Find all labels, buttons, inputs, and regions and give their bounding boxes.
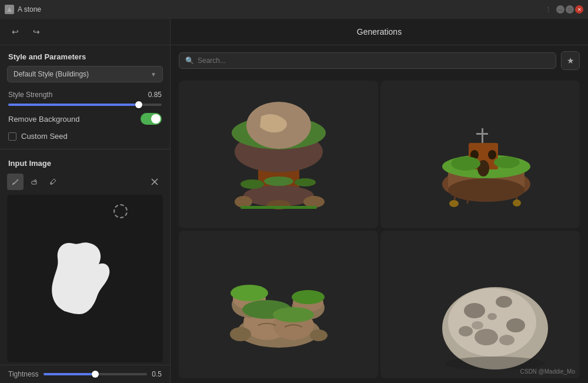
svg-point-16 bbox=[264, 176, 293, 186]
svg-point-52 bbox=[506, 318, 525, 332]
pen-tool-button[interactable] bbox=[7, 174, 24, 190]
style-strength-label: Style Strength bbox=[8, 91, 52, 99]
svg-point-45 bbox=[273, 307, 314, 322]
generation-card-2[interactable] bbox=[380, 81, 580, 228]
watermark: CSDN @Maddie_Mo bbox=[520, 368, 575, 375]
window-title: A stone bbox=[18, 5, 41, 14]
generations-title: Generations bbox=[171, 19, 588, 45]
stone-image-2 bbox=[380, 81, 580, 228]
undo-button[interactable]: ↩ bbox=[7, 24, 24, 40]
svg-point-15 bbox=[295, 178, 316, 186]
style-strength-row: Style Strength 0.85 bbox=[0, 87, 170, 102]
tightness-slider-thumb[interactable] bbox=[92, 371, 99, 378]
remove-background-label: Remove Background bbox=[8, 115, 79, 124]
svg-point-29 bbox=[494, 156, 520, 168]
image-tools-row bbox=[0, 171, 170, 192]
svg-rect-26 bbox=[482, 128, 483, 143]
image-tools-left bbox=[7, 174, 61, 190]
eraser-tool-button[interactable] bbox=[26, 174, 42, 190]
more-icon[interactable]: ⋮ bbox=[545, 6, 552, 14]
svg-point-56 bbox=[487, 313, 497, 320]
style-strength-track[interactable] bbox=[8, 104, 162, 106]
svg-point-46 bbox=[230, 327, 251, 341]
style-section-title: Style and Parameters bbox=[0, 45, 170, 66]
picker-tool-button[interactable] bbox=[45, 174, 61, 190]
generations-grid: CSDN @Maddie_Mo bbox=[171, 76, 588, 383]
favorites-button[interactable]: ★ bbox=[561, 51, 580, 70]
close-button[interactable]: ✕ bbox=[575, 5, 583, 14]
generation-card-4[interactable]: CSDN @Maddie_Mo bbox=[380, 231, 580, 378]
style-strength-value: 0.85 bbox=[148, 91, 162, 99]
toolbar-row: ↩ ↪ bbox=[0, 19, 170, 45]
left-panel: ↩ ↪ Style and Parameters Default Style (… bbox=[0, 19, 171, 383]
generation-card-3[interactable] bbox=[179, 231, 378, 378]
style-dropdown[interactable]: Default Style (Buildings) ▼ bbox=[7, 66, 163, 82]
search-icon: 🔍 bbox=[185, 56, 194, 65]
svg-point-28 bbox=[451, 156, 480, 171]
input-image-title: Input Image bbox=[0, 154, 170, 171]
svg-point-57 bbox=[472, 321, 483, 329]
search-row: 🔍 ★ bbox=[171, 45, 588, 76]
app-icon bbox=[5, 5, 14, 14]
window-controls: ⋮ — □ ✕ bbox=[545, 5, 583, 14]
svg-point-20 bbox=[448, 178, 524, 202]
style-strength-thumb[interactable] bbox=[135, 101, 142, 108]
custom-seed-checkbox[interactable] bbox=[8, 132, 16, 141]
redo-button[interactable]: ↪ bbox=[28, 24, 45, 40]
svg-line-31 bbox=[467, 192, 469, 204]
custom-seed-label: Custom Seed bbox=[21, 132, 68, 141]
svg-point-34 bbox=[513, 199, 521, 207]
svg-rect-17 bbox=[240, 206, 317, 209]
image-canvas-area[interactable] bbox=[7, 195, 163, 362]
generation-card-1[interactable] bbox=[179, 81, 378, 228]
svg-line-32 bbox=[516, 189, 517, 201]
custom-seed-row: Custom Seed bbox=[0, 128, 170, 144]
svg-marker-0 bbox=[7, 7, 12, 12]
tightness-row: Tightness 0.5 bbox=[0, 365, 170, 383]
svg-point-2 bbox=[51, 183, 52, 185]
svg-point-14 bbox=[240, 179, 264, 189]
svg-point-43 bbox=[292, 290, 325, 304]
style-strength-slider-container[interactable] bbox=[0, 102, 170, 109]
main-layout: ↩ ↪ Style and Parameters Default Style (… bbox=[0, 19, 588, 383]
stone-image-3 bbox=[179, 231, 378, 378]
style-select-row: Default Style (Buildings) ▼ bbox=[0, 66, 170, 87]
svg-point-40 bbox=[230, 285, 268, 301]
search-input[interactable] bbox=[198, 56, 550, 65]
tightness-label: Tightness bbox=[8, 370, 39, 378]
title-bar-left: A stone bbox=[5, 5, 41, 14]
svg-point-33 bbox=[449, 200, 459, 207]
clear-image-button[interactable] bbox=[146, 174, 163, 190]
tightness-slider-track[interactable] bbox=[44, 373, 148, 375]
remove-background-row: Remove Background bbox=[0, 109, 170, 128]
tightness-value: 0.5 bbox=[152, 370, 162, 378]
svg-point-47 bbox=[310, 329, 328, 341]
remove-background-toggle[interactable] bbox=[141, 113, 162, 125]
tightness-slider-fill bbox=[44, 373, 95, 375]
stone-image-4 bbox=[380, 231, 580, 378]
svg-point-54 bbox=[459, 326, 473, 337]
stone-image-1 bbox=[179, 81, 378, 228]
canvas-cursor bbox=[113, 204, 128, 218]
maximize-button[interactable]: □ bbox=[566, 5, 574, 14]
right-panel: Generations 🔍 ★ bbox=[171, 19, 588, 383]
sketch-shape bbox=[47, 235, 123, 323]
svg-point-25 bbox=[488, 150, 496, 159]
style-select-value: Default Style (Buildings) bbox=[14, 70, 89, 78]
svg-point-55 bbox=[499, 335, 514, 345]
svg-point-53 bbox=[475, 329, 498, 345]
style-strength-fill bbox=[8, 104, 139, 106]
svg-rect-27 bbox=[476, 133, 488, 135]
title-bar: A stone ⋮ — □ ✕ bbox=[0, 0, 588, 19]
divider-1 bbox=[0, 149, 170, 149]
svg-point-50 bbox=[464, 303, 485, 318]
search-wrapper: 🔍 bbox=[179, 52, 556, 69]
chevron-down-icon: ▼ bbox=[151, 71, 156, 78]
svg-point-51 bbox=[496, 296, 512, 308]
minimize-button[interactable]: — bbox=[556, 5, 564, 14]
